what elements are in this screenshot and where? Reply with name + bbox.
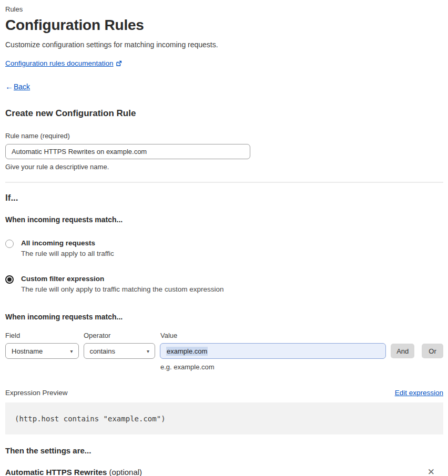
section-divider xyxy=(5,182,443,183)
setting-name: Automatic HTTPS Rewrites xyxy=(5,468,107,476)
rule-name-label: Rule name (required) xyxy=(5,132,443,140)
field-select[interactable]: Hostname ▾ xyxy=(5,343,79,359)
radio-option-all-requests[interactable]: All incoming requests The rule will appl… xyxy=(5,239,443,257)
radio-unselected-icon[interactable] xyxy=(5,240,14,248)
setting-optional-label: (optional) xyxy=(107,468,142,476)
value-label: Value xyxy=(160,332,177,339)
setting-title: Automatic HTTPS Rewrites (optional) xyxy=(5,468,142,476)
radio-description: The rule will apply to all traffic xyxy=(21,250,114,257)
operator-select-value: contains xyxy=(90,347,115,355)
value-input[interactable]: example.com xyxy=(160,343,386,359)
then-settings-heading: Then the settings are... xyxy=(5,446,443,455)
builder-heading: When incoming requests match... xyxy=(5,313,443,321)
expression-code: (http.host contains "example.com") xyxy=(5,415,166,423)
expression-preview-box: (http.host contains "example.com") xyxy=(5,402,443,434)
rule-name-help: Give your rule a descriptive name. xyxy=(5,163,443,171)
field-select-value: Hostname xyxy=(12,347,43,355)
documentation-link[interactable]: Configuration rules documentation xyxy=(5,59,114,67)
create-rule-heading: Create new Configuration Rule xyxy=(5,108,443,119)
value-help: e.g. example.com xyxy=(160,363,443,371)
radio-label: Custom filter expression xyxy=(21,275,223,283)
if-heading: If... xyxy=(5,193,443,203)
when-match-heading: When incoming requests match... xyxy=(5,215,443,224)
operator-select[interactable]: contains ▾ xyxy=(84,343,156,359)
and-button[interactable]: And xyxy=(391,344,414,358)
edit-expression-link[interactable]: Edit expression xyxy=(395,389,443,397)
page-title: Configuration Rules xyxy=(5,17,443,34)
operator-label: Operator xyxy=(84,332,160,339)
back-arrow-icon: ← xyxy=(5,82,13,91)
radio-description: The rule will only apply to traffic matc… xyxy=(21,285,223,293)
radio-label: All incoming requests xyxy=(21,239,114,247)
chevron-down-icon: ▾ xyxy=(147,348,149,354)
rule-name-input[interactable] xyxy=(5,144,250,159)
configuration-rules-page: Rules Configuration Rules Customize conf… xyxy=(0,0,448,476)
or-button[interactable]: Or xyxy=(422,344,443,358)
radio-option-custom-filter[interactable]: Custom filter expression The rule will o… xyxy=(5,275,443,293)
breadcrumb: Rules xyxy=(5,5,443,13)
radio-selected-icon[interactable] xyxy=(5,275,14,284)
external-link-icon xyxy=(116,60,122,67)
close-icon[interactable]: ✕ xyxy=(425,467,437,476)
expression-preview-label: Expression Preview xyxy=(5,389,68,397)
back-link[interactable]: Back xyxy=(14,82,30,91)
chevron-down-icon: ▾ xyxy=(70,348,73,354)
page-subtitle: Customize configuration settings for mat… xyxy=(5,40,443,49)
field-label: Field xyxy=(5,332,84,339)
value-input-text: example.com xyxy=(166,347,208,356)
